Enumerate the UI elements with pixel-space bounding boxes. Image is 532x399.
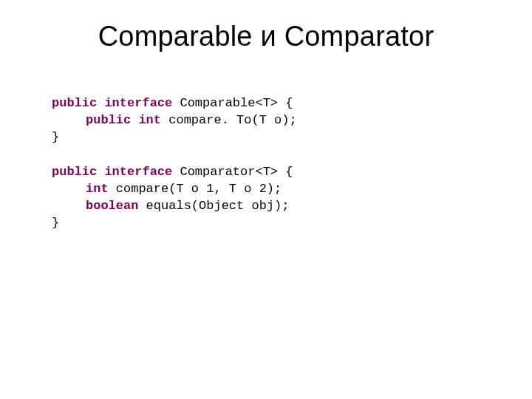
code-line: public interface Comparator<T> {	[52, 164, 480, 181]
code-text: Comparator<T> {	[172, 165, 293, 179]
keyword: int	[86, 182, 109, 196]
slide-title: Comparable и Comparator	[52, 21, 480, 52]
keyword: interface	[104, 165, 172, 179]
code-line: public int compare. To(T o);	[86, 112, 480, 129]
keyword: interface	[104, 96, 172, 110]
code-text: Comparable<T> {	[172, 96, 293, 110]
code-block-comparator: public interface Comparator<T> { int com…	[52, 164, 480, 232]
code-text: compare(T o 1, T o 2);	[109, 182, 282, 196]
code-line: }	[52, 129, 480, 146]
keyword: public	[52, 165, 97, 179]
slide: Comparable и Comparator public interface…	[0, 0, 532, 399]
code-line: boolean equals(Object obj);	[86, 198, 480, 215]
code-text: compare. To(T o);	[161, 113, 297, 127]
code-line: public interface Comparable<T> {	[52, 95, 480, 112]
code-line: }	[52, 215, 480, 232]
code-line: int compare(T o 1, T o 2);	[86, 181, 480, 198]
keyword: public	[86, 113, 131, 127]
code-block-comparable: public interface Comparable<T> { public …	[52, 95, 480, 146]
keyword: int	[138, 113, 161, 127]
keyword: boolean	[86, 199, 138, 213]
keyword: public	[52, 96, 97, 110]
code-text: equals(Object obj);	[138, 199, 289, 213]
